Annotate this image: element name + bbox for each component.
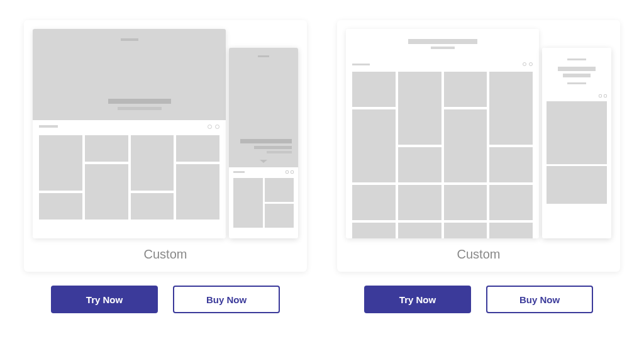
template-card-2: Custom Try Now Buy Now xyxy=(337,20,620,336)
mobile-wireframe xyxy=(229,48,298,238)
cta-row: Try Now Buy Now xyxy=(24,286,307,313)
template-preview[interactable]: Custom xyxy=(337,20,620,272)
template-preview[interactable]: Custom xyxy=(24,20,307,272)
try-now-button[interactable]: Try Now xyxy=(364,286,471,313)
buy-now-button[interactable]: Buy Now xyxy=(173,286,280,313)
buy-now-button[interactable]: Buy Now xyxy=(486,286,593,313)
template-card-1: Custom Try Now Buy Now xyxy=(24,20,307,336)
desktop-wireframe xyxy=(33,29,226,238)
try-now-button[interactable]: Try Now xyxy=(51,286,158,313)
cta-row: Try Now Buy Now xyxy=(337,286,620,313)
template-caption: Custom xyxy=(346,238,611,272)
mobile-wireframe xyxy=(542,48,611,238)
template-caption: Custom xyxy=(33,238,298,272)
desktop-wireframe xyxy=(346,29,539,238)
